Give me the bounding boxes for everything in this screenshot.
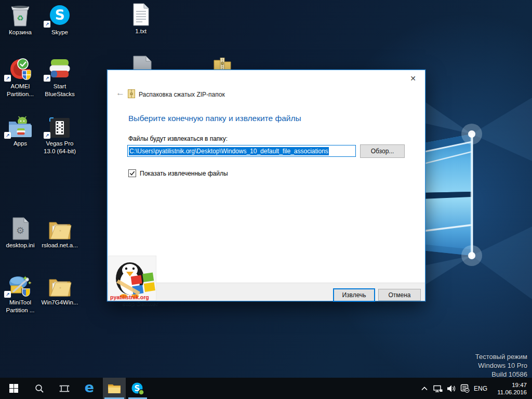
destination-path-input[interactable]: C:\Users\pyatilistnik.org\Desktop\Window… [127, 145, 356, 157]
aomei-partition-icon [8, 57, 32, 81]
taskbar: e S [0, 378, 532, 399]
desktop-icon-label: Корзина [0, 29, 41, 36]
file-explorer-button[interactable] [103, 378, 126, 399]
checkmark-icon [129, 170, 135, 176]
speaker-icon [447, 384, 456, 393]
test-mode-watermark: Тестовый режим Windows 10 Pro Build 1058… [475, 352, 527, 379]
text-file-icon [132, 3, 150, 26]
tray-action-center-button[interactable] [458, 384, 472, 393]
shortcut-arrow-icon: ↗ [4, 291, 11, 298]
svg-text:✦: ✦ [28, 280, 32, 286]
desktop-icon-aomei[interactable]: ↗ AOMEI Partition... [0, 57, 41, 98]
dialog-heading: Выберите конечную папку и извлеките файл… [128, 114, 301, 123]
desktop-icon-vegas-pro[interactable]: ↗ Vegas Pro 13.0 (64-bit) [39, 114, 80, 155]
open-folder-icon [48, 219, 72, 240]
task-view-icon [59, 384, 70, 393]
close-icon[interactable]: ✕ [407, 73, 419, 84]
cancel-button[interactable]: Отмена [378, 289, 421, 301]
desktop-icon-label: rsload.net.a... [39, 242, 80, 249]
shortcut-arrow-icon: ↗ [44, 21, 50, 28]
recycle-bin-icon: ♻ [10, 4, 31, 27]
desktop-icon-label: desktop.ini [0, 242, 41, 249]
svg-text:S: S [55, 7, 65, 23]
windows-hero-wallpaper [422, 73, 532, 322]
system-tray: ENG 19:47 11.06.2016 [418, 378, 532, 399]
file-explorer-icon [108, 383, 121, 394]
apps-folder-icon [8, 116, 33, 138]
show-files-checkbox[interactable] [128, 169, 136, 177]
partial-file-icon[interactable] [131, 55, 152, 70]
desktop-icon-desktop-ini[interactable]: ⚙ desktop.ini [0, 216, 41, 249]
pyatilistnik-logo: pyatilistnik.org [108, 256, 156, 301]
partial-zip-folder-icon[interactable] [214, 58, 231, 70]
desktop-icon-label: Skype [39, 29, 80, 36]
desktop-icon-label: Win7G4Win... [39, 299, 80, 307]
shortcut-arrow-icon: ↗ [4, 132, 11, 139]
open-folder-icon [48, 276, 72, 297]
edge-icon: e [85, 380, 94, 394]
desktop-icon-skype[interactable]: S ↗ Skype [39, 3, 80, 36]
watermark-line2: Windows 10 Pro [475, 361, 527, 370]
minitool-partition-icon: ✦ ✦ [8, 274, 33, 297]
network-icon [433, 384, 443, 393]
desktop-icon-bluestacks[interactable]: ↗ Start BlueStacks [39, 57, 80, 98]
watermark-line1: Тестовый режим [475, 352, 527, 361]
desktop-icon-label: MiniTool Partition ... [0, 299, 41, 314]
bluestacks-icon [49, 58, 71, 81]
desktop-icon-label: AOMEI Partition... [0, 83, 41, 98]
svg-text:⚙: ⚙ [16, 225, 24, 236]
desktop-icon-rsload[interactable]: rsload.net.a... [39, 216, 80, 249]
selected-path-text: C:\Users\pyatilistnik.org\Desktop\Window… [129, 147, 329, 155]
clock-date: 11.06.2016 [493, 389, 527, 396]
task-view-button[interactable] [53, 378, 76, 399]
desktop-icon-label: 1.txt [121, 28, 161, 35]
tray-volume-button[interactable] [445, 384, 458, 393]
svg-text:pyatilistnik.org: pyatilistnik.org [110, 294, 149, 300]
start-button[interactable] [2, 378, 25, 399]
desktop-icon-label: Apps [0, 140, 41, 148]
show-files-checkbox-label[interactable]: Показать извлеченные файлы [140, 170, 228, 177]
tray-network-button[interactable] [431, 384, 445, 393]
browse-button[interactable]: Обзор... [360, 144, 405, 158]
extract-zip-dialog: ✕ ← Распаковка сжатых ZIP-папок Выберите… [107, 70, 425, 301]
ini-file-icon: ⚙ [11, 217, 30, 240]
extract-button[interactable]: Извлечь [333, 288, 375, 302]
tray-chevron-button[interactable] [418, 385, 431, 392]
language-indicator[interactable]: ENG [474, 385, 487, 392]
clock[interactable]: 19:47 11.06.2016 [493, 381, 527, 396]
chevron-up-icon [421, 385, 428, 392]
search-icon [35, 384, 44, 393]
zip-folder-icon [128, 89, 135, 98]
edge-button[interactable]: e [78, 378, 101, 399]
desktop-icon-minitool[interactable]: ✦ ✦ ↗ MiniTool Partition ... [0, 273, 41, 314]
desktop-icon-label: Vegas Pro 13.0 (64-bit) [39, 140, 80, 155]
desktop-icon-label: Start BlueStacks [39, 83, 80, 98]
desktop-icon-1txt[interactable]: 1.txt [121, 2, 161, 35]
windows-logo-icon [9, 384, 18, 393]
skype-icon: S [49, 4, 71, 27]
dialog-title: Распаковка сжатых ZIP-папок [139, 91, 225, 98]
clock-time: 19:47 [493, 381, 527, 389]
shortcut-arrow-icon: ↗ [4, 75, 11, 82]
desktop-icon-apps[interactable]: ↗ Apps [0, 114, 41, 148]
desktop-icon-recycle-bin[interactable]: ♻ Корзина [0, 3, 41, 36]
skype-taskbar-button[interactable]: S [127, 378, 149, 399]
svg-text:♻: ♻ [17, 14, 23, 23]
vegas-pro-icon [49, 117, 70, 138]
path-label: Файлы будут извлекаться в папку: [128, 135, 228, 142]
shortcut-arrow-icon: ↗ [44, 132, 50, 139]
search-button[interactable] [28, 378, 51, 399]
action-center-icon [460, 384, 470, 393]
skype-icon: S [131, 382, 144, 395]
desktop-icon-win7g4[interactable]: Win7G4Win... [39, 273, 80, 307]
shortcut-arrow-icon: ↗ [44, 75, 50, 82]
back-arrow-icon[interactable]: ← [116, 88, 125, 98]
